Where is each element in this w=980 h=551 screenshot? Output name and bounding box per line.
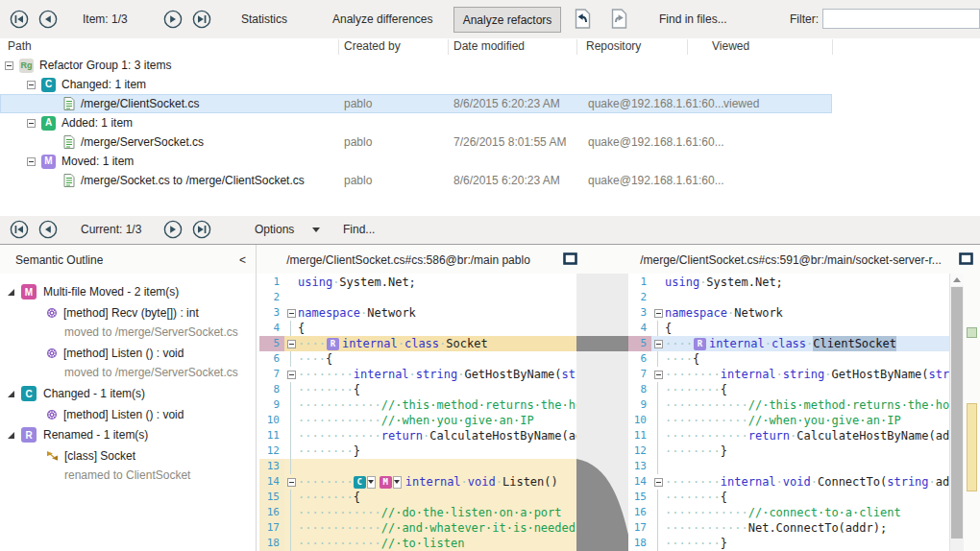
table-row[interactable]: AAdded: 1 item: [0, 113, 980, 132]
code-line[interactable]: 10············//·when·you·give·an·IP: [259, 413, 576, 428]
code-line[interactable]: 2: [259, 290, 576, 305]
code-line[interactable]: 16············//·connect·to·a·client: [628, 505, 949, 520]
code-fold-icon[interactable]: [287, 340, 296, 348]
code-fold-icon[interactable]: [654, 478, 663, 487]
code-line[interactable]: 17············//·and·whatever·it·is·need…: [259, 520, 576, 536]
badge-m2-dropdown[interactable]: M: [380, 476, 402, 489]
code-fold-icon[interactable]: [654, 309, 663, 318]
code-text[interactable]: [298, 290, 576, 305]
code-text[interactable]: namespace·Network: [665, 305, 949, 321]
tree-collapse-icon[interactable]: [27, 81, 36, 89]
table-row[interactable]: /merge/ClientSocket.cspablo8/6/2015 6:20…: [0, 94, 832, 113]
code-text[interactable]: ············//·and·whatever·it·is·needed: [298, 520, 576, 536]
code-line[interactable]: 15········{: [259, 490, 576, 505]
nav-prev-icon[interactable]: [38, 10, 58, 33]
code-text[interactable]: ············//·when·you·give·an·IP: [298, 413, 576, 428]
code-text[interactable]: ········}: [665, 443, 949, 459]
code-line[interactable]: 2: [628, 290, 949, 305]
code-text[interactable]: ············//·this·method·returns·the·h…: [298, 397, 576, 413]
code-text[interactable]: using·System.Net;: [665, 275, 949, 290]
code-text[interactable]: {: [298, 321, 576, 336]
code-line[interactable]: 6····{: [259, 351, 576, 367]
statistics-button[interactable]: Statistics: [241, 12, 287, 26]
outline-item-row[interactable]: [method] Listen () : void: [0, 404, 256, 424]
code-text[interactable]: ····Rinternal·class·Socket: [298, 336, 576, 351]
code-line[interactable]: 10············//·when·you·give·an·IP: [628, 413, 949, 428]
table-row[interactable]: /merge/ServerSocket.cspablo7/26/2015 8:0…: [0, 132, 980, 152]
tree-collapse-icon[interactable]: [27, 119, 36, 128]
file-import-icon[interactable]: [609, 9, 629, 29]
change-marker-yellow[interactable]: [967, 403, 977, 491]
collapse-outline-button[interactable]: <: [239, 253, 246, 267]
outline-item-row[interactable]: [method] Recv (byte[]) : int: [0, 302, 256, 323]
code-text[interactable]: ········{: [298, 382, 576, 397]
code-line[interactable]: 3namespace·Network: [628, 305, 949, 321]
code-line[interactable]: 8········{: [259, 382, 576, 397]
open-new-window-icon[interactable]: [563, 252, 577, 265]
nav-last-icon[interactable]: [192, 220, 211, 243]
options-button[interactable]: Options: [255, 223, 294, 236]
code-line[interactable]: 5····Rinternal·class·ClientSocket: [628, 336, 949, 351]
find-in-files-button[interactable]: Find in files...: [659, 12, 727, 26]
code-line[interactable]: 8········{: [628, 382, 949, 397]
code-fold-icon[interactable]: [287, 371, 296, 379]
code-text[interactable]: using·System.Net;: [298, 275, 576, 290]
code-text[interactable]: ········internal·string·GetHostByName(st…: [298, 367, 576, 382]
nav-first-icon[interactable]: [10, 10, 29, 33]
code-line[interactable]: 13: [628, 459, 949, 474]
nav-next-icon[interactable]: [163, 220, 183, 239]
open-new-window-icon[interactable]: [563, 252, 577, 269]
outline-group-row[interactable]: CChanged - 1 item(s): [0, 383, 256, 404]
outline-item-row[interactable]: [class] Socket: [0, 445, 256, 466]
tree-collapse-icon[interactable]: [5, 61, 13, 70]
code-text[interactable]: ············return·CalculateHostByName(a…: [665, 428, 949, 443]
code-text[interactable]: ········}: [665, 536, 949, 551]
code-text[interactable]: [665, 459, 949, 474]
outline-item-row[interactable]: [method] Listen () : void: [0, 343, 256, 363]
code-line[interactable]: 9············//·this·method·returns·the·…: [628, 397, 949, 413]
code-text[interactable]: ········{: [298, 490, 576, 505]
code-line[interactable]: 11············return·CalculateHostByName…: [628, 428, 949, 443]
nav-next-icon[interactable]: [163, 10, 183, 33]
code-line[interactable]: 15········{: [628, 490, 949, 505]
column-created-by[interactable]: Created by: [344, 39, 401, 53]
code-line[interactable]: 4{: [628, 321, 949, 336]
column-viewed[interactable]: Viewed: [712, 39, 749, 53]
code-line[interactable]: 18············//·to·listen: [259, 536, 576, 551]
code-line[interactable]: 9············//·this·method·returns·the·…: [259, 397, 576, 413]
code-text[interactable]: ········{: [665, 382, 949, 397]
code-line[interactable]: 3namespace·Network: [259, 305, 576, 321]
code-text[interactable]: ········internal·string·GetHostByName(st…: [665, 367, 949, 382]
vertical-scrollbar[interactable]: [949, 274, 964, 551]
filter-input[interactable]: [822, 9, 980, 29]
outline-group-row[interactable]: MMulti-file Moved - 2 item(s): [0, 281, 256, 302]
code-text[interactable]: ············//·to·listen: [298, 536, 576, 551]
table-row[interactable]: MMoved: 1 item: [0, 152, 980, 171]
table-row[interactable]: RgRefactor Group 1: 3 items: [0, 56, 980, 75]
column-path[interactable]: Path: [8, 39, 32, 53]
nav-next-icon[interactable]: [163, 220, 183, 243]
nav-first-icon[interactable]: [10, 220, 29, 239]
code-line[interactable]: 14········CMinternal·void·Listen(): [259, 474, 576, 490]
code-line[interactable]: 18········}: [628, 536, 949, 551]
code-text[interactable]: ············return·CalculateHostByName(a…: [298, 428, 576, 443]
nav-last-icon[interactable]: [192, 10, 211, 33]
chevron-down-icon[interactable]: [393, 476, 402, 489]
code-line[interactable]: 7········internal·string·GetHostByName(s…: [259, 367, 576, 382]
code-line[interactable]: 13: [259, 459, 576, 474]
file-export-icon[interactable]: [573, 9, 593, 33]
code-line[interactable]: 7········internal·string·GetHostByName(s…: [628, 367, 949, 382]
code-text[interactable]: ········{: [665, 490, 949, 505]
code-text[interactable]: ············//·when·you·give·an·IP: [665, 413, 949, 428]
code-text[interactable]: ············Net.ConnectTo(addr);: [665, 520, 949, 536]
analyze-differences-button[interactable]: Analyze differences: [332, 12, 433, 26]
nav-prev-icon[interactable]: [38, 220, 58, 243]
code-text[interactable]: [298, 459, 576, 474]
scrollbar-thumb[interactable]: [951, 287, 963, 539]
nav-prev-icon[interactable]: [38, 10, 58, 29]
code-fold-icon[interactable]: [287, 478, 296, 487]
nav-prev-icon[interactable]: [38, 220, 58, 239]
code-text[interactable]: ····{: [665, 351, 949, 367]
analyze-refactors-button[interactable]: Analyze refactors: [453, 7, 561, 33]
code-text[interactable]: {: [665, 321, 949, 336]
